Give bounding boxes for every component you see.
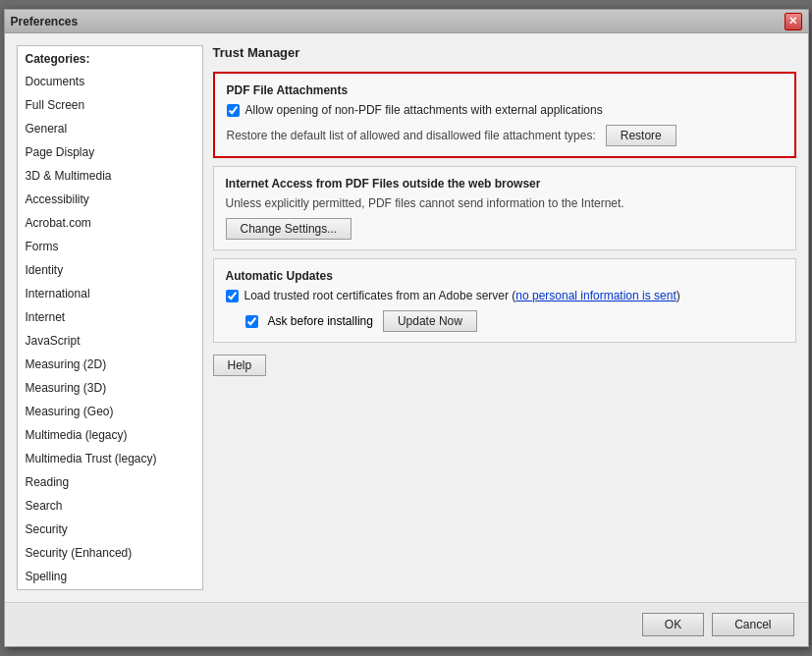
restore-row: Restore the default list of allowed and … <box>227 125 783 146</box>
window-title: Preferences <box>11 15 79 28</box>
cancel-button[interactable]: Cancel <box>712 613 793 636</box>
no-personal-info-link: no personal information is sent <box>515 289 676 302</box>
sidebar-item-identity[interactable]: Identity <box>18 258 202 282</box>
sidebar: Categories: Documents Full Screen Genera… <box>17 45 203 590</box>
restore-label: Restore the default list of allowed and … <box>227 129 596 142</box>
load-certificates-label: Load trusted root certificates from an A… <box>244 289 680 302</box>
change-settings-button[interactable]: Change Settings... <box>226 218 352 240</box>
ok-button[interactable]: OK <box>642 613 704 636</box>
ask-before-installing-label: Ask before installing <box>268 314 373 328</box>
allow-attachments-label: Allow opening of non-PDF file attachment… <box>245 103 603 117</box>
sidebar-item-javascript[interactable]: JavaScript <box>18 329 202 353</box>
pdf-attachments-title: PDF File Attachments <box>227 83 783 97</box>
main-panel: Trust Manager PDF File Attachments Allow… <box>213 45 796 590</box>
sidebar-item-search[interactable]: Search <box>18 494 202 518</box>
sidebar-item-forms[interactable]: Forms <box>18 235 202 258</box>
categories-header: Categories: <box>18 46 202 70</box>
sidebar-item-measuring-2d[interactable]: Measuring (2D) <box>18 353 202 376</box>
sidebar-item-3d-multimedia[interactable]: 3D & Multimedia <box>18 164 202 188</box>
sidebar-item-reading[interactable]: Reading <box>18 470 202 494</box>
sidebar-item-tracker[interactable]: Tracker <box>18 588 202 590</box>
sidebar-item-security-enhanced[interactable]: Security (Enhanced) <box>18 541 202 565</box>
help-row: Help <box>213 355 796 376</box>
ask-before-installing-row: Ask before installing Update Now <box>226 310 784 332</box>
update-now-button[interactable]: Update Now <box>383 310 477 332</box>
ask-before-installing-checkbox[interactable] <box>245 315 258 328</box>
sidebar-item-full-screen[interactable]: Full Screen <box>18 93 202 117</box>
sidebar-item-accessibility[interactable]: Accessibility <box>18 188 202 211</box>
internet-access-title: Internet Access from PDF Files outside t… <box>226 177 784 191</box>
sidebar-item-documents[interactable]: Documents <box>18 70 202 93</box>
titlebar: Preferences ✕ <box>5 10 808 33</box>
allow-attachments-row: Allow opening of non-PDF file attachment… <box>227 103 783 117</box>
sidebar-item-measuring-3d[interactable]: Measuring (3D) <box>18 376 202 400</box>
dialog-footer: OK Cancel <box>5 602 808 646</box>
sidebar-item-spelling[interactable]: Spelling <box>18 565 202 588</box>
sidebar-item-page-display[interactable]: Page Display <box>18 140 202 164</box>
automatic-updates-section: Automatic Updates Load trusted root cert… <box>213 258 796 343</box>
sidebar-item-acrobat[interactable]: Acrobat.com <box>18 211 202 235</box>
sidebar-item-general[interactable]: General <box>18 117 202 140</box>
main-content: Categories: Documents Full Screen Genera… <box>5 33 808 602</box>
page-title: Trust Manager <box>213 45 796 60</box>
sidebar-item-multimedia-legacy[interactable]: Multimedia (legacy) <box>18 423 202 447</box>
automatic-updates-title: Automatic Updates <box>226 269 784 283</box>
close-button[interactable]: ✕ <box>785 13 802 30</box>
sidebar-item-multimedia-trust[interactable]: Multimedia Trust (legacy) <box>18 447 202 470</box>
allow-attachments-checkbox[interactable] <box>227 104 240 117</box>
help-button[interactable]: Help <box>213 355 267 376</box>
internet-access-section: Internet Access from PDF Files outside t… <box>213 166 796 250</box>
preferences-window: Preferences ✕ Categories: Documents Full… <box>4 9 809 647</box>
load-certificates-checkbox[interactable] <box>226 290 239 302</box>
sidebar-item-measuring-geo[interactable]: Measuring (Geo) <box>18 400 202 423</box>
pdf-attachments-box: PDF File Attachments Allow opening of no… <box>213 72 796 158</box>
restore-button[interactable]: Restore <box>606 125 677 146</box>
sidebar-item-international[interactable]: International <box>18 282 202 305</box>
load-certificates-row: Load trusted root certificates from an A… <box>226 289 784 302</box>
sidebar-item-security[interactable]: Security <box>18 518 202 541</box>
sidebar-item-internet[interactable]: Internet <box>18 305 202 329</box>
internet-access-desc: Unless explicitly permitted, PDF files c… <box>226 196 784 210</box>
